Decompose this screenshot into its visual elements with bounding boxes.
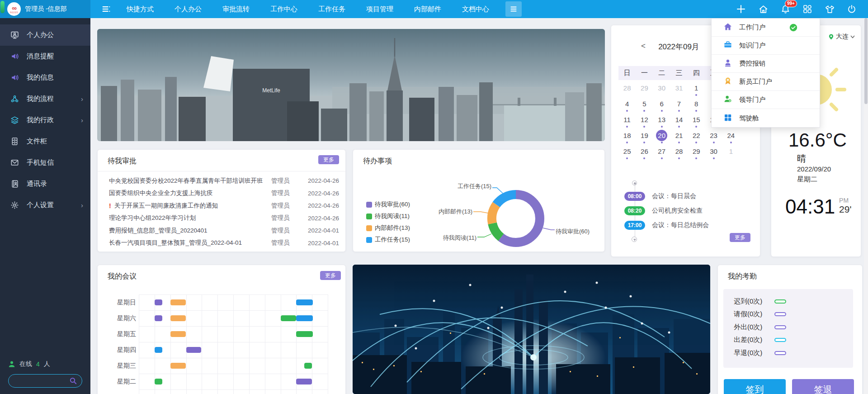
approval-row[interactable]: 费用报销_信息部_管理员_20220401管理员2022-04-01: [109, 224, 339, 237]
topnav-item-8[interactable]: 文档中心: [462, 5, 489, 14]
approval-row[interactable]: 理论学习中心组2022年学习计划管理员2022-04-26: [109, 212, 339, 225]
meetings-more-button[interactable]: 更多: [320, 271, 341, 280]
approval-date: 2022-04-26: [301, 177, 339, 184]
meeting-bar[interactable]: [170, 363, 186, 369]
sidebar-item-7[interactable]: 手机短信: [0, 152, 90, 173]
meeting-bar[interactable]: [155, 379, 162, 385]
calendar-day[interactable]: 29: [688, 145, 705, 161]
approval-row[interactable]: 国资委组织中央企业全力支援上海抗疫管理员2022-04-26: [109, 187, 339, 200]
logout-power-icon[interactable]: [846, 4, 857, 14]
calendar-day[interactable]: 30: [653, 81, 670, 97]
meeting-bar[interactable]: [296, 379, 312, 385]
calendar-day[interactable]: 29: [636, 81, 653, 97]
calendar-day[interactable]: 1: [722, 145, 740, 161]
calendar-day[interactable]: 25: [618, 145, 636, 161]
calendar-day[interactable]: 21: [670, 129, 688, 145]
portal-menu-item-6[interactable]: 驾驶舱: [712, 109, 820, 127]
scrollbar-thumb[interactable]: [864, 18, 868, 104]
schedule-more-button[interactable]: 更多: [730, 233, 750, 242]
calendar-day[interactable]: 7: [670, 97, 688, 113]
apps-grid-icon[interactable]: [802, 4, 813, 14]
meeting-bar[interactable]: [296, 331, 313, 337]
online-person-icon: [8, 361, 15, 368]
calendar-day[interactable]: 27: [653, 145, 670, 161]
schedule-item[interactable]: 08:20公司机房安全检查: [624, 206, 703, 215]
calendar-day[interactable]: 28: [618, 81, 636, 97]
sidebar-item-2[interactable]: 消息提醒: [0, 46, 90, 67]
calendar-day[interactable]: 18: [618, 129, 636, 145]
calendar-day[interactable]: 24: [722, 129, 740, 145]
topnav-item-5[interactable]: 工作任务: [318, 5, 345, 14]
portal-menu-item-4[interactable]: 新员工门户: [712, 73, 820, 91]
sidebar-item-1[interactable]: 个人办公: [0, 24, 90, 46]
portal-menu-item-1[interactable]: 工作门户: [712, 19, 820, 37]
calendar-day[interactable]: 8: [688, 97, 705, 113]
topnav-item-6[interactable]: 项目管理: [366, 5, 393, 14]
calendar-day[interactable]: 30: [705, 145, 722, 161]
meeting-bar[interactable]: [296, 315, 313, 321]
approval-row[interactable]: !关于开展五一期间廉政清廉工作的通知管理员2022-04-26: [109, 199, 339, 212]
meeting-bar[interactable]: [155, 347, 162, 353]
calendar-day[interactable]: 15: [688, 113, 705, 129]
meeting-bar[interactable]: [170, 315, 186, 321]
portal-menu-item-3[interactable]: 费控报销: [712, 55, 820, 73]
calendar-day-number: 20: [656, 130, 667, 141]
meeting-bar[interactable]: [155, 315, 162, 321]
topnav-item-3[interactable]: 审批流转: [222, 5, 250, 14]
calendar-day[interactable]: 26: [636, 145, 653, 161]
schedule-item[interactable]: 08:00会议：每日晨会: [624, 192, 696, 201]
meeting-bar[interactable]: [186, 347, 201, 353]
sidebar-item-8[interactable]: 通讯录: [0, 173, 90, 195]
calendar-day[interactable]: 12: [636, 113, 653, 129]
calendar-day[interactable]: 14: [670, 113, 688, 129]
menu-fold-icon[interactable]: [101, 4, 111, 14]
approval-row[interactable]: 长春一汽项目项目_整体预算_管理员_2022-04-01管理员2022-04-0…: [109, 237, 339, 250]
home-icon[interactable]: [758, 4, 769, 14]
check-out-button[interactable]: 签退: [792, 379, 854, 394]
meeting-bar[interactable]: [170, 331, 186, 337]
calendar-day[interactable]: 19: [636, 129, 653, 145]
topnav-item-1[interactable]: 快捷方式: [127, 5, 154, 14]
notifications-bell-icon[interactable]: 99+: [780, 4, 791, 14]
calendar-day[interactable]: 13: [653, 113, 670, 129]
topnav-item-2[interactable]: 个人办公: [175, 5, 202, 14]
meeting-bar[interactable]: [170, 299, 186, 305]
city-selector[interactable]: 大连: [828, 33, 855, 41]
meeting-bar[interactable]: [296, 299, 313, 305]
calendar-day[interactable]: 1: [688, 81, 705, 97]
check-in-button[interactable]: 签到: [724, 379, 786, 394]
add-icon[interactable]: [736, 4, 746, 14]
meeting-bar[interactable]: [155, 299, 162, 305]
sidebar-item-3[interactable]: 我的信息: [0, 67, 90, 88]
calendar-day[interactable]: 31: [670, 81, 688, 97]
timeline-end-icon[interactable]: [632, 237, 637, 242]
calendar-day[interactable]: 23: [705, 129, 722, 145]
calendar-day[interactable]: 5: [636, 97, 653, 113]
meeting-bar[interactable]: [281, 315, 297, 321]
topnav-item-4[interactable]: 工作中心: [270, 5, 297, 14]
calendar-day[interactable]: 20: [653, 129, 670, 145]
portal-menu-item-2[interactable]: 知识门户: [712, 37, 820, 55]
calendar-day[interactable]: 4: [618, 97, 636, 113]
calendar-day-number: 23: [708, 130, 719, 141]
calendar-day[interactable]: 22: [688, 129, 705, 145]
calendar-day[interactable]: 11: [618, 113, 636, 129]
calendar-day[interactable]: 6: [653, 97, 670, 113]
approval-row[interactable]: 中央党校国资委分校2022年春季直属青年干部培训班开班管理员2022-04-26: [109, 175, 339, 187]
sidebar-item-9[interactable]: 个人设置›: [0, 195, 90, 216]
calendar-day[interactable]: 28: [670, 145, 688, 161]
sidebar-item-5[interactable]: 我的行政›: [0, 109, 90, 131]
sidebar-item-6[interactable]: 文件柜: [0, 131, 90, 152]
sidebar-item-label: 我的行政: [27, 116, 54, 124]
portal-menu-item-5[interactable]: 领导门户: [712, 91, 820, 109]
topnav-item-7[interactable]: 内部邮件: [414, 5, 441, 14]
scrollbar-track[interactable]: [864, 18, 868, 394]
approvals-more-button[interactable]: 更多: [318, 155, 339, 164]
theme-tshirt-icon[interactable]: [824, 4, 835, 14]
sidebar-item-4[interactable]: 我的流程›: [0, 88, 90, 109]
nav-more-button[interactable]: [505, 1, 522, 17]
search-icon[interactable]: [69, 377, 77, 385]
search-input[interactable]: [13, 377, 69, 385]
schedule-item[interactable]: 17:00会议：每日总结例会: [624, 221, 709, 230]
meeting-bar[interactable]: [304, 363, 312, 369]
